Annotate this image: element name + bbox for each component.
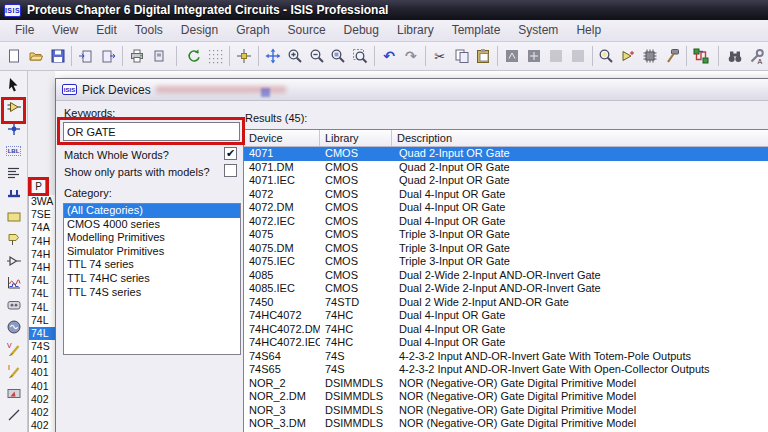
block-move-icon[interactable] <box>523 45 545 68</box>
result-row[interactable]: 4071.DMCMOSQuad 2-Input OR Gate <box>244 161 768 175</box>
open-file-icon[interactable] <box>25 45 47 68</box>
category-item[interactable]: CMOS 4000 series <box>64 218 240 232</box>
menu-edit[interactable]: Edit <box>87 20 126 41</box>
menu-file[interactable]: File <box>6 20 43 41</box>
menu-tools[interactable]: Tools <box>126 20 172 41</box>
device-pin-mode-icon[interactable] <box>2 250 26 272</box>
result-row[interactable]: NOR_2.DMDSIMMDLSNOR (Negative-OR) Gate D… <box>244 390 768 404</box>
result-row[interactable]: 4085CMOSDual 2-Wide 2-Input AND-OR-Inver… <box>244 269 768 283</box>
zoom-area-icon[interactable] <box>349 45 371 68</box>
object-list-item[interactable]: 74H <box>29 248 55 261</box>
result-row[interactable]: 4075.IECCMOSTriple 3-Input OR Gate <box>244 255 768 269</box>
make-device-icon[interactable] <box>617 45 639 68</box>
category-item[interactable]: TTL 74 series <box>64 258 240 272</box>
new-file-icon[interactable] <box>3 45 25 68</box>
toggle-grid-icon[interactable] <box>205 45 227 68</box>
category-item[interactable]: (All Categories) <box>64 204 240 218</box>
terminal-mode-icon[interactable] <box>2 228 26 250</box>
property-assignment-icon[interactable]: A <box>746 45 768 68</box>
menu-design[interactable]: Design <box>172 20 227 41</box>
menu-help[interactable]: Help <box>567 20 610 41</box>
category-item[interactable]: Simulator Primitives <box>64 245 240 259</box>
wire-autorouter-icon[interactable] <box>690 45 712 68</box>
undo-icon[interactable]: ↶ <box>378 45 400 68</box>
wire-label-mode-icon[interactable]: LBL <box>2 140 26 162</box>
zoom-in-icon[interactable] <box>284 45 306 68</box>
result-row[interactable]: 745074STDDual 2 Wide 2-Input AND-OR Gate <box>244 296 768 310</box>
result-row[interactable]: NOR_3DSIMMDLSNOR (Negative-OR) Gate Digi… <box>244 404 768 418</box>
menu-template[interactable]: Template <box>443 20 510 41</box>
decompose-icon[interactable] <box>661 45 683 68</box>
find-component-icon[interactable] <box>725 45 747 68</box>
menu-debug[interactable]: Debug <box>335 20 388 41</box>
object-list-item[interactable]: 74A <box>29 221 55 234</box>
window-titlebar[interactable]: ISIS Proteus Chapter 6 Digital Integrate… <box>0 0 768 20</box>
object-list-item[interactable]: 402 <box>29 406 55 419</box>
object-list-item[interactable]: 401 <box>29 366 55 379</box>
paste-icon[interactable] <box>472 45 494 68</box>
object-list-item[interactable]: 74S <box>29 340 55 353</box>
result-row[interactable]: 74HC4072.IEC74HCDual 4-Input OR Gate <box>244 336 768 350</box>
object-list-item[interactable]: 74L <box>29 314 55 327</box>
column-header-device[interactable]: Device <box>244 130 320 146</box>
object-list-item[interactable]: 74H <box>29 261 55 274</box>
result-row[interactable]: NOR_2DSIMMDLSNOR (Negative-OR) Gate Digi… <box>244 377 768 391</box>
import-section-icon[interactable] <box>75 45 97 68</box>
column-header-library[interactable]: Library <box>320 130 392 146</box>
result-row[interactable]: 74HC4072.DM74HCDual 4-Input OR Gate <box>244 323 768 337</box>
result-row[interactable]: 4072.IECCMOSDual 4-Input OR Gate <box>244 215 768 229</box>
result-row[interactable]: 4071CMOSQuad 2-Input OR Gate <box>244 147 768 161</box>
current-probe-mode-icon[interactable]: I <box>2 360 26 382</box>
cut-icon[interactable]: ✂ <box>429 45 451 68</box>
match-whole-words-checkbox[interactable]: ✔ <box>224 147 237 160</box>
bus-mode-icon[interactable] <box>2 184 26 206</box>
voltage-probe-mode-icon[interactable]: V <box>2 338 26 360</box>
zoom-out-icon[interactable] <box>306 45 328 68</box>
export-section-icon[interactable] <box>97 45 119 68</box>
pan-view-icon[interactable] <box>262 45 284 68</box>
zoom-all-icon[interactable] <box>328 45 350 68</box>
column-header-description[interactable]: Description <box>392 130 768 146</box>
object-list-item[interactable]: 401 <box>29 380 55 393</box>
result-row[interactable]: 4075CMOSTriple 3-Input OR Gate <box>244 228 768 242</box>
graph-mode-icon[interactable] <box>2 272 26 294</box>
object-list-item[interactable]: 7SE <box>29 208 55 221</box>
object-list-item[interactable]: 3WA <box>29 195 55 208</box>
object-list-item[interactable]: 74L <box>29 287 55 300</box>
dialog-titlebar[interactable]: ISIS Pick Devices <box>56 79 768 101</box>
category-item[interactable]: TTL 74S series <box>64 286 240 300</box>
tape-recorder-mode-icon[interactable] <box>2 294 26 316</box>
false-origin-icon[interactable] <box>233 45 255 68</box>
category-item[interactable]: TTL 74HC series <box>64 272 240 286</box>
result-row[interactable]: 74HC407274HCDual 4-Input OR Gate <box>244 309 768 323</box>
block-copy-icon[interactable] <box>501 45 523 68</box>
menu-library[interactable]: Library <box>388 20 443 41</box>
result-row[interactable]: 74S6574S4-2-3-2 Input AND-OR-Invert Gate… <box>244 363 768 377</box>
category-item[interactable]: Modelling Primitives <box>64 231 240 245</box>
subcircuit-mode-icon[interactable] <box>2 206 26 228</box>
object-list-item[interactable]: 402 <box>29 419 55 432</box>
object-list-item[interactable]: 74L <box>29 274 55 287</box>
selection-mode-icon[interactable] <box>2 74 26 96</box>
generator-mode-icon[interactable] <box>2 316 26 338</box>
menu-system[interactable]: System <box>509 20 567 41</box>
menu-view[interactable]: View <box>43 20 87 41</box>
2d-line-mode-icon[interactable] <box>2 404 26 426</box>
text-script-mode-icon[interactable] <box>2 162 26 184</box>
menu-source[interactable]: Source <box>279 20 335 41</box>
object-list-item[interactable]: 74H <box>29 235 55 248</box>
object-selector-list[interactable]: 3WA7SE74A74H74H74H74L74L74L74L74L74S4014… <box>28 195 55 432</box>
print-icon[interactable] <box>126 45 148 68</box>
object-list-item[interactable]: 402 <box>29 393 55 406</box>
virtual-instrument-mode-icon[interactable] <box>2 382 26 404</box>
result-row[interactable]: 74S6474S4-2-3-2 Input AND-OR-Invert Gate… <box>244 350 768 364</box>
result-row[interactable]: 4075.DMCMOSTriple 3-Input OR Gate <box>244 242 768 256</box>
category-list[interactable]: (All Categories)CMOS 4000 seriesModellin… <box>63 203 241 355</box>
result-row[interactable]: 4072CMOSDual 4-Input OR Gate <box>244 188 768 202</box>
copy-icon[interactable] <box>451 45 473 68</box>
object-list-item[interactable]: 74L <box>29 327 55 340</box>
result-row[interactable]: 4085.IECCMOSDual 2-Wide 2-Input AND-OR-I… <box>244 282 768 296</box>
menu-graph[interactable]: Graph <box>227 20 278 41</box>
result-row[interactable]: 4071.IECCMOSQuad 2-Input OR Gate <box>244 174 768 188</box>
mark-output-icon[interactable] <box>148 45 170 68</box>
